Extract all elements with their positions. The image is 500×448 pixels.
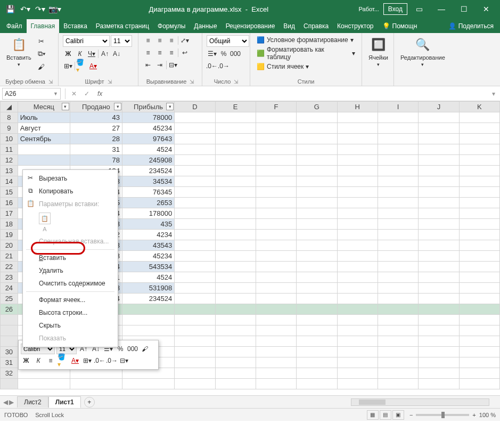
tab-page-layout[interactable]: Разметка страниц	[92, 19, 153, 33]
cell[interactable]	[297, 208, 337, 219]
cell[interactable]	[297, 357, 337, 368]
clipboard-launcher[interactable]: ⇲	[48, 79, 53, 85]
zoom-in-button[interactable]: +	[472, 412, 476, 418]
cell[interactable]	[215, 123, 256, 134]
cell[interactable]	[337, 144, 378, 155]
cell[interactable]	[297, 112, 337, 123]
cell[interactable]	[378, 336, 418, 347]
row-header[interactable]	[1, 325, 18, 336]
tab-view[interactable]: Вид	[279, 19, 299, 33]
cell[interactable]	[337, 219, 378, 230]
cell[interactable]	[215, 240, 256, 251]
cell[interactable]	[337, 368, 378, 379]
cell[interactable]: 34534	[122, 176, 175, 187]
align-left-icon[interactable]: ≡	[143, 47, 153, 58]
cell[interactable]	[256, 144, 296, 155]
col-A[interactable]: Месяц▾	[18, 102, 70, 112]
cell[interactable]: 76345	[122, 187, 175, 198]
cell[interactable]	[215, 208, 256, 219]
zoom-out-button[interactable]: −	[409, 412, 413, 418]
cell[interactable]	[215, 198, 256, 208]
cell[interactable]	[378, 240, 418, 251]
cell-styles-button[interactable]: 🟨Стили ячеек▾	[255, 62, 311, 71]
cell[interactable]	[215, 262, 256, 272]
cell[interactable]: 27	[70, 123, 122, 134]
row-header[interactable]: 15	[1, 187, 18, 198]
cell[interactable]	[256, 283, 296, 294]
cell[interactable]	[175, 347, 215, 357]
cell[interactable]	[337, 198, 378, 208]
cell[interactable]	[256, 123, 296, 134]
sheet-tab-1[interactable]: Лист1	[48, 396, 81, 408]
align-center-icon[interactable]: ≡	[154, 47, 165, 58]
cell[interactable]	[459, 134, 499, 144]
row-header[interactable]	[1, 315, 18, 325]
cell[interactable]: 4524	[122, 144, 175, 155]
cell[interactable]	[297, 240, 337, 251]
cell[interactable]	[297, 347, 337, 357]
cell[interactable]	[256, 262, 296, 272]
mini-increase-decimal-icon[interactable]: .0←	[94, 355, 105, 366]
cell[interactable]	[256, 379, 296, 389]
mini-format-painter-icon[interactable]: 🖌	[140, 344, 150, 354]
paste-button[interactable]: 📋 Вставить▾	[4, 35, 34, 68]
cell[interactable]	[215, 155, 256, 166]
row-header[interactable]: 14	[1, 176, 18, 187]
cell[interactable]	[378, 379, 418, 389]
mini-bold-button[interactable]: Ж	[21, 355, 31, 366]
cell[interactable]	[419, 187, 459, 198]
cell[interactable]	[215, 347, 256, 357]
zoom-slider[interactable]	[416, 414, 469, 416]
filter-icon[interactable]: ▾	[166, 103, 174, 110]
sheet-nav-next-icon[interactable]: ▶	[9, 398, 14, 406]
cell[interactable]	[419, 294, 459, 304]
orientation-icon[interactable]: ⤢▾	[179, 35, 190, 46]
cell[interactable]	[122, 315, 175, 325]
cell[interactable]	[175, 123, 215, 134]
cell[interactable]	[378, 304, 418, 315]
row-header[interactable]: 13	[1, 166, 18, 176]
decrease-indent-icon[interactable]: ⇤	[143, 60, 153, 70]
cell[interactable]: 31	[70, 144, 122, 155]
cell[interactable]: Июль	[18, 112, 70, 123]
cell[interactable]	[297, 155, 337, 166]
align-middle-icon[interactable]: ≡	[154, 35, 165, 46]
cell[interactable]	[175, 155, 215, 166]
cell[interactable]	[378, 251, 418, 262]
cell[interactable]	[175, 283, 215, 294]
cell[interactable]	[337, 251, 378, 262]
cell[interactable]	[459, 155, 499, 166]
cell[interactable]	[215, 304, 256, 315]
cell[interactable]: 435	[122, 219, 175, 230]
cell[interactable]	[337, 379, 378, 389]
row-header[interactable]: 20	[1, 240, 18, 251]
cell[interactable]	[459, 368, 499, 379]
cell[interactable]	[256, 134, 296, 144]
cell[interactable]: 78	[70, 155, 122, 166]
font-color-icon[interactable]: A▾	[88, 61, 99, 71]
cells-button[interactable]: 🔲 Ячейки▾	[366, 35, 390, 68]
tab-review[interactable]: Рецензирование	[222, 19, 280, 33]
cell[interactable]	[378, 262, 418, 272]
cell[interactable]	[337, 134, 378, 144]
cell[interactable]	[175, 272, 215, 283]
align-bottom-icon[interactable]: ≡	[166, 35, 177, 46]
row-header[interactable]: 30	[1, 347, 18, 357]
cell[interactable]	[419, 336, 459, 347]
cell[interactable]	[215, 134, 256, 144]
maximize-icon[interactable]: ☐	[453, 2, 474, 17]
cell[interactable]	[419, 123, 459, 134]
cell[interactable]	[256, 304, 296, 315]
cell[interactable]	[122, 304, 175, 315]
filter-icon[interactable]: ▾	[114, 103, 121, 110]
row-header[interactable]: 26	[1, 304, 18, 315]
cell[interactable]	[215, 325, 256, 336]
row-header[interactable]	[1, 379, 18, 389]
cell[interactable]	[256, 112, 296, 123]
ctx-clear[interactable]: Очистить содержимое	[23, 277, 118, 290]
cell[interactable]	[378, 219, 418, 230]
merge-icon[interactable]: ⊟▾	[168, 60, 178, 70]
cell[interactable]	[18, 155, 70, 166]
cell[interactable]: Август	[18, 123, 70, 134]
cell[interactable]	[256, 219, 296, 230]
